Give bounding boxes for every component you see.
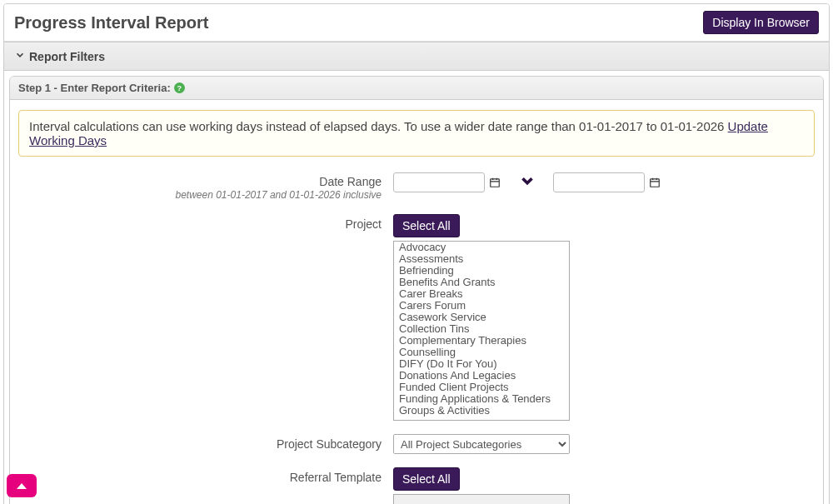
working-days-notice: Interval calculations can use working da…	[18, 110, 815, 157]
notice-text: Interval calculations can use working da…	[29, 119, 728, 133]
chevron-down-icon	[14, 49, 26, 63]
project-listbox[interactable]: AdvocacyAssessmentsBefriendingBenefits A…	[393, 241, 570, 421]
project-listbox-item[interactable]: Benefits And Grants	[394, 277, 569, 288]
project-listbox-item[interactable]: Funding Applications & Tenders	[394, 393, 569, 405]
referral-select-all-button[interactable]: Select All	[393, 467, 460, 491]
project-label: Project	[345, 217, 382, 231]
scroll-to-top-button[interactable]	[7, 474, 37, 497]
display-in-browser-button[interactable]: Display In Browser	[703, 11, 819, 34]
date-range-label: Date Range	[319, 175, 382, 188]
page-container: Progress Interval Report Display In Brow…	[3, 3, 830, 504]
project-listbox-item[interactable]: Complementary Therapies	[394, 335, 569, 347]
triangle-up-icon	[17, 483, 27, 489]
referral-label: Referral Template	[290, 471, 382, 484]
referral-label-col: Referral Template	[18, 467, 393, 484]
project-label-col: Project	[18, 214, 393, 231]
subcategory-row: Project Subcategory All Project Subcateg…	[18, 434, 815, 454]
date-from-input[interactable]	[393, 172, 485, 192]
page-header: Progress Interval Report Display In Brow…	[4, 4, 829, 42]
date-range-input-col	[393, 172, 815, 192]
date-range-row: Date Range between 01-01-2017 and 01-01-…	[18, 172, 815, 201]
project-listbox-item[interactable]: Groups & Activities	[394, 405, 569, 417]
project-listbox-item[interactable]: Counselling	[394, 347, 569, 358]
project-listbox-item[interactable]: Donations And Legacies	[394, 370, 569, 382]
page-title: Progress Interval Report	[14, 13, 208, 32]
report-filters-label: Report Filters	[29, 50, 105, 63]
step1-body: Interval calculations can use working da…	[10, 100, 823, 504]
referral-input-col: Select All	[393, 467, 815, 504]
project-listbox-item[interactable]: Advocacy	[394, 242, 569, 253]
date-to-input[interactable]	[553, 172, 645, 192]
report-filters-bar[interactable]: Report Filters	[4, 42, 829, 71]
project-listbox-item[interactable]: Befriending	[394, 265, 569, 277]
project-listbox-item[interactable]: Funded Client Projects	[394, 382, 569, 393]
step1-title: Step 1 - Enter Report Criteria:	[18, 82, 171, 94]
referral-listbox[interactable]	[393, 494, 570, 504]
chevron-down-icon	[518, 172, 536, 192]
date-range-sublabel: between 01-01-2017 and 01-01-2026 inclus…	[18, 189, 382, 201]
subcategory-input-col: All Project Subcategories	[393, 434, 815, 454]
project-input-col: Select All AdvocacyAssessmentsBefriendin…	[393, 214, 815, 421]
help-icon[interactable]: ?	[174, 82, 185, 93]
project-listbox-item[interactable]: Collection Tins	[394, 323, 569, 335]
project-select-all-button[interactable]: Select All	[393, 214, 460, 237]
date-range-label-col: Date Range between 01-01-2017 and 01-01-…	[18, 172, 393, 201]
calendar-to-icon[interactable]	[648, 176, 661, 189]
project-listbox-item[interactable]: Carers Forum	[394, 300, 569, 312]
project-listbox-item[interactable]: DIFY (Do It For You)	[394, 358, 569, 370]
step1-section: Step 1 - Enter Report Criteria: ? Interv…	[9, 76, 824, 504]
subcategory-select[interactable]: All Project Subcategories	[393, 434, 570, 454]
project-row: Project Select All AdvocacyAssessmentsBe…	[18, 214, 815, 421]
date-range-inputs	[393, 172, 661, 192]
project-listbox-item[interactable]: Assessments	[394, 253, 569, 265]
project-listbox-item[interactable]: Casework Service	[394, 312, 569, 323]
subcategory-label-col: Project Subcategory	[18, 434, 393, 451]
svg-rect-0	[491, 178, 500, 186]
referral-row: Referral Template Select All	[18, 467, 815, 504]
step1-header: Step 1 - Enter Report Criteria: ?	[10, 77, 823, 100]
calendar-from-icon[interactable]	[488, 176, 501, 189]
subcategory-label: Project Subcategory	[277, 437, 382, 451]
project-listbox-item[interactable]: Carer Breaks	[394, 288, 569, 300]
svg-rect-7	[651, 178, 660, 186]
